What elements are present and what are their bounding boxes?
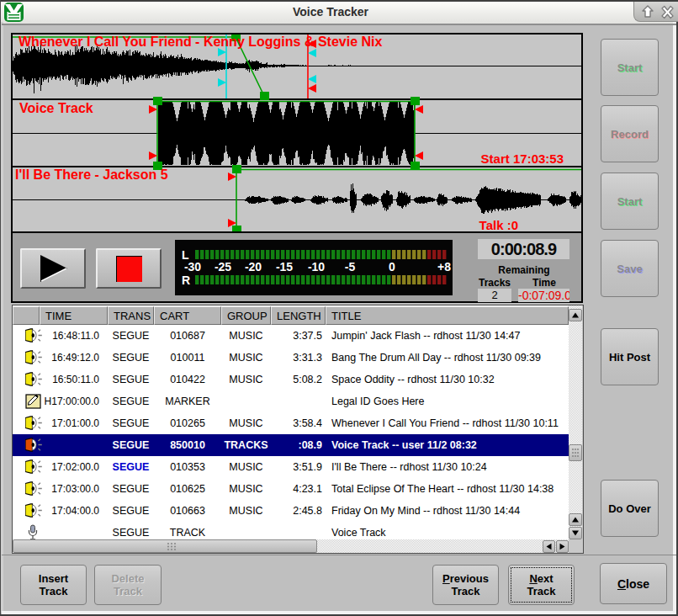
svg-text:-25: -25 — [215, 260, 231, 273]
svg-text:-15: -15 — [276, 260, 293, 273]
svg-text:R: R — [182, 273, 190, 287]
svg-text:-5: -5 — [345, 260, 356, 273]
svg-text:-20: -20 — [245, 260, 262, 273]
svg-text:-30: -30 — [184, 260, 201, 273]
svg-text:0: 0 — [389, 260, 395, 273]
svg-text:+8: +8 — [437, 260, 451, 273]
svg-text:-10: -10 — [308, 260, 325, 273]
